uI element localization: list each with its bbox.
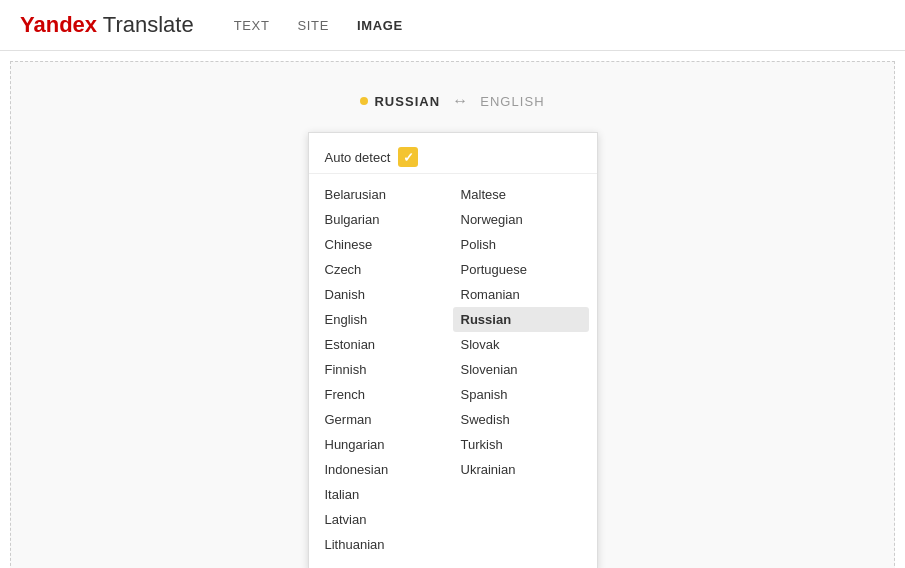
lang-option[interactable]: Ukrainian [453, 457, 589, 482]
left-column: BelarusianBulgarianChineseCzechDanishEng… [317, 182, 453, 557]
lang-option[interactable]: Portuguese [453, 257, 589, 282]
lang-option[interactable]: Swedish [453, 407, 589, 432]
source-dot [360, 97, 368, 105]
language-columns: BelarusianBulgarianChineseCzechDanishEng… [309, 178, 597, 561]
lang-option[interactable]: English [317, 307, 453, 332]
main-content: RUSSIAN ↔ ENGLISH Auto detect ✓ Belarusi… [10, 61, 895, 568]
lang-option[interactable]: Turkish [453, 432, 589, 457]
lang-option[interactable]: Russian [453, 307, 589, 332]
logo-brand: Yandex [20, 12, 97, 37]
target-language-label: ENGLISH [480, 94, 544, 109]
lang-option[interactable]: Lithuanian [317, 532, 453, 557]
right-column: MalteseNorwegianPolishPortugueseRomanian… [453, 182, 589, 557]
lang-option[interactable]: Slovenian [453, 357, 589, 382]
main-nav: TEXT SITE IMAGE [234, 18, 403, 33]
header: Yandex Translate TEXT SITE IMAGE [0, 0, 905, 51]
lang-option[interactable]: German [317, 407, 453, 432]
lang-option[interactable]: Bulgarian [317, 207, 453, 232]
lang-option[interactable]: Danish [317, 282, 453, 307]
lang-option[interactable]: Romanian [453, 282, 589, 307]
lang-option[interactable]: Slovak [453, 332, 589, 357]
language-dropdown: Auto detect ✓ BelarusianBulgarianChinese… [308, 132, 598, 568]
auto-detect-row[interactable]: Auto detect ✓ [309, 141, 597, 174]
lang-option[interactable]: Spanish [453, 382, 589, 407]
lang-option[interactable]: Finnish [317, 357, 453, 382]
target-language[interactable]: ENGLISH [480, 94, 544, 109]
lang-option[interactable]: Hungarian [317, 432, 453, 457]
language-bar: RUSSIAN ↔ ENGLISH [31, 92, 874, 110]
auto-detect-label: Auto detect [325, 150, 391, 165]
lang-option[interactable]: Chinese [317, 232, 453, 257]
auto-detect-checkmark: ✓ [398, 147, 418, 167]
lang-option[interactable]: French [317, 382, 453, 407]
logo-product: Translate [97, 12, 194, 37]
lang-option[interactable]: Czech [317, 257, 453, 282]
lang-option[interactable]: Italian [317, 482, 453, 507]
nav-text[interactable]: TEXT [234, 18, 270, 33]
source-language-label: RUSSIAN [374, 94, 440, 109]
lang-option[interactable]: Maltese [453, 182, 589, 207]
lang-option[interactable]: Indonesian [317, 457, 453, 482]
lang-option[interactable]: Estonian [317, 332, 453, 357]
lang-option[interactable]: Norwegian [453, 207, 589, 232]
lang-option[interactable]: Belarusian [317, 182, 453, 207]
nav-image[interactable]: IMAGE [357, 18, 403, 33]
logo: Yandex Translate [20, 12, 194, 38]
lang-option[interactable]: Polish [453, 232, 589, 257]
swap-arrow[interactable]: ↔ [452, 92, 468, 110]
nav-site[interactable]: SITE [297, 18, 329, 33]
source-language[interactable]: RUSSIAN [360, 94, 440, 109]
lang-option[interactable]: Latvian [317, 507, 453, 532]
